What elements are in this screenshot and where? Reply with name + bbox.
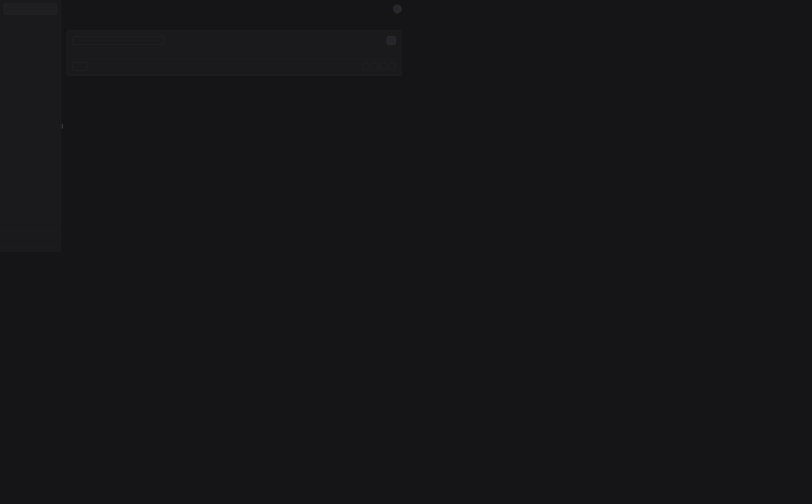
- main-content: [61, 0, 406, 252]
- sidebar-nav: [0, 16, 61, 215]
- refresh-button[interactable]: [387, 36, 396, 45]
- table-header-row: [73, 50, 396, 59]
- next-page-button[interactable]: [380, 63, 387, 70]
- last-page-button[interactable]: [389, 63, 396, 70]
- card-toolbar: [73, 36, 396, 45]
- search-input[interactable]: [73, 36, 164, 45]
- app-root: [0, 0, 406, 252]
- pager-controls: [355, 63, 396, 70]
- top-bar-actions: [386, 5, 402, 13]
- sidebar-scrollbar-thumb[interactable]: [62, 124, 63, 129]
- search-box: [73, 36, 164, 45]
- org-switcher[interactable]: [4, 4, 57, 15]
- top-bar: [67, 0, 402, 18]
- version-link[interactable]: [0, 232, 61, 247]
- sidebar: [0, 0, 61, 252]
- prev-page-button[interactable]: [371, 63, 378, 70]
- first-page-button[interactable]: [362, 63, 369, 70]
- sidebar-footer: [0, 215, 61, 252]
- pagination-bar: [73, 62, 396, 71]
- page-size-select[interactable]: [73, 62, 87, 71]
- avatar[interactable]: [393, 5, 402, 13]
- devices-card: [67, 30, 402, 76]
